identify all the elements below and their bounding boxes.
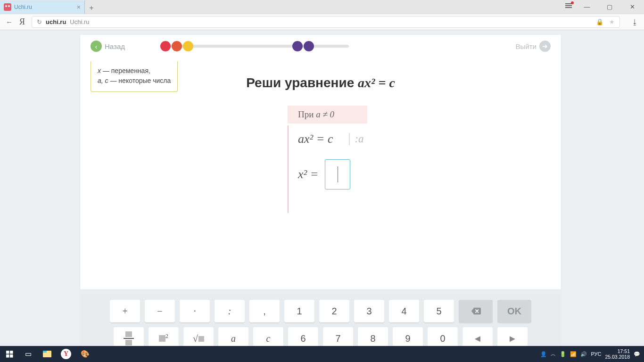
action-center-icon[interactable]: 💬 [634,351,640,357]
key-3[interactable]: 3 [354,300,384,322]
url-domain: uchi.ru [46,18,66,25]
new-tab-button[interactable]: + [85,2,98,14]
key-ok[interactable]: OK [497,300,531,322]
key-,[interactable]: , [249,300,280,322]
svg-rect-4 [10,351,13,354]
paint-taskbar-icon[interactable]: 🎨 [75,346,94,362]
lesson-exit-button[interactable]: Выйти ➜ [516,41,551,52]
chevron-left-icon: ‹ [91,41,102,52]
people-icon[interactable]: 👤 [540,351,547,357]
svg-rect-3 [6,351,9,354]
yandex-browser-taskbar-icon[interactable]: Y [57,346,75,362]
division-operation: :a [349,133,363,145]
progress-dot [304,41,314,51]
tab-close-icon[interactable]: × [77,3,81,11]
progress-dot [292,41,303,51]
answer-input[interactable] [325,159,350,189]
key-backspace[interactable] [459,300,493,322]
download-icon[interactable]: ⭳ [631,18,638,26]
wifi-icon: 📶 [570,351,577,357]
equation-step-2: x² = [298,159,367,189]
task-title: Реши уравнение ax² = c [80,75,561,90]
url-path: Uchi.ru [70,18,89,25]
page-body: ‹ Назад Выйти ➜ x — переменная, a, c — н… [0,30,644,362]
equation-step-1: ax² = c :a [298,132,367,146]
key-1[interactable]: 1 [284,300,314,322]
nav-back-button[interactable]: ← [6,18,13,26]
browser-tab-bar: Uchi.ru × + — ▢ ✕ [0,0,644,14]
svg-rect-1 [565,5,572,6]
key-2[interactable]: 2 [319,300,349,322]
svg-rect-6 [10,354,13,358]
windows-taskbar: ▭ Y 🎨 👤 ︿ 🔋 📶 🔊 РУС 17:51 25.03.2018 💬 [0,346,644,362]
lesson-back-button[interactable]: ‹ Назад [91,41,125,52]
progress-dot [160,41,171,51]
tab-title: Uchi.ru [14,4,77,10]
start-button[interactable] [0,346,19,362]
exit-icon: ➜ [539,41,551,52]
yandex-home-icon[interactable]: Я [19,17,25,27]
volume-icon[interactable]: 🔊 [580,351,587,357]
back-label: Назад [105,42,125,50]
progress-dot [172,41,182,51]
svg-rect-2 [565,7,572,8]
reload-icon[interactable]: ↻ [37,18,42,25]
key-:[interactable]: : [215,300,245,322]
key-+[interactable]: + [110,300,140,322]
task-view-button[interactable]: ▭ [19,346,38,362]
lesson-progress [160,45,349,48]
extension-icon[interactable] [565,2,572,11]
progress-dot [183,41,193,51]
taskbar-clock[interactable]: 17:51 25.03.2018 [605,348,630,360]
solution-area: При a ≠ 0 ax² = c :a x² = [288,106,367,213]
lesson-header: ‹ Назад Выйти ➜ [80,35,561,58]
key-4[interactable]: 4 [389,300,419,322]
battery-icon: 🔋 [560,351,566,357]
browser-tab-active[interactable]: Uchi.ru × [0,0,85,14]
bookmark-icon[interactable]: ★ [609,18,615,25]
window-minimize-button[interactable]: — [579,3,595,10]
window-close-button[interactable]: ✕ [624,3,640,10]
svg-rect-8 [43,351,47,353]
url-field[interactable]: ↻ uchi.ru Uchi.ru 🔒 ★ [32,16,620,28]
key-−[interactable]: − [145,300,175,322]
lesson-card: ‹ Назад Выйти ➜ x — переменная, a, c — н… [80,35,561,289]
window-maximize-button[interactable]: ▢ [602,3,618,10]
exit-label: Выйти [516,42,537,50]
tab-favicon [4,3,11,11]
address-bar: ← Я ↻ uchi.ru Uchi.ru 🔒 ★ ⭳ [0,14,644,30]
condition-label: При a ≠ 0 [288,106,367,123]
svg-rect-5 [6,354,9,358]
file-explorer-icon[interactable] [38,346,57,362]
tray-chevron-up-icon[interactable]: ︿ [551,351,556,358]
key-5[interactable]: 5 [424,300,454,322]
site-lock-icon: 🔒 [596,18,603,25]
input-language[interactable]: РУС [591,351,601,357]
key-·[interactable]: · [180,300,210,322]
